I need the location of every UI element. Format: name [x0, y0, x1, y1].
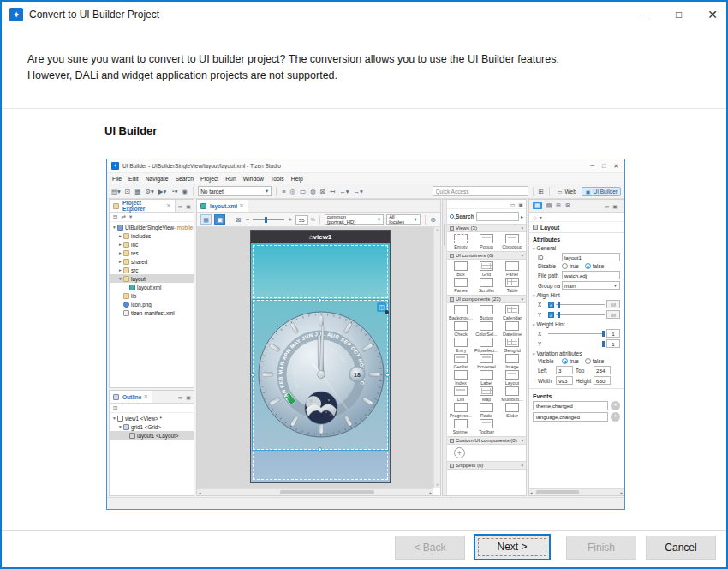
- palette-item[interactable]: Check: [448, 321, 474, 337]
- maximize-view-icon[interactable]: ▣: [518, 201, 523, 207]
- width-field[interactable]: 993: [556, 376, 573, 385]
- canvas-v-scrollbar[interactable]: ˄˅: [433, 227, 440, 488]
- weight-y-value[interactable]: 1: [606, 339, 620, 348]
- tab-preview-icon[interactable]: ▤: [546, 202, 552, 209]
- palette-item[interactable]: Backgrou...: [448, 305, 474, 320]
- minimize-view-icon[interactable]: ▭: [178, 203, 183, 209]
- group-name-select[interactable]: main▼: [562, 281, 620, 290]
- menu-window[interactable]: Window: [243, 176, 264, 182]
- new-wizard-icon[interactable]: ▤▾: [110, 188, 122, 195]
- align-x-slider[interactable]: [556, 304, 605, 305]
- zoom-in-icon[interactable]: +: [287, 216, 292, 224]
- web-perspective-button[interactable]: ▭ Web: [554, 188, 579, 195]
- zoom-out-icon[interactable]: −: [245, 216, 250, 224]
- menu-search[interactable]: Search: [176, 176, 194, 182]
- palette-item[interactable]: Progress...: [448, 403, 474, 418]
- event-name-field[interactable]: language,changed: [533, 412, 608, 422]
- settings-gear-icon[interactable]: ⊛: [430, 216, 437, 224]
- view-menu-icon[interactable]: ▾: [129, 213, 132, 220]
- visible-true-radio[interactable]: [562, 358, 568, 364]
- maximize-view-icon[interactable]: ▣: [186, 203, 191, 209]
- general-section-header[interactable]: ▾General: [529, 243, 624, 252]
- tree-item[interactable]: ▸inc: [110, 240, 194, 249]
- tab-resources-icon[interactable]: ⊞: [556, 202, 561, 209]
- resize-handle[interactable]: [251, 373, 255, 377]
- close-icon[interactable]: ✕: [239, 202, 243, 209]
- minimize-view-icon[interactable]: ▭: [605, 203, 610, 209]
- palette-section-header[interactable]: Views (3)▾: [447, 224, 526, 232]
- forward-icon[interactable]: →▾: [353, 188, 364, 195]
- palette-item[interactable]: Layout: [499, 370, 525, 386]
- align-hint-header[interactable]: ▾Align Hint: [529, 290, 624, 299]
- menu-run[interactable]: Run: [225, 176, 236, 182]
- weight-x-slider[interactable]: [548, 333, 605, 334]
- palette-item[interactable]: Grid: [474, 261, 499, 277]
- palette-item[interactable]: Map: [474, 386, 499, 402]
- console-icon[interactable]: ▭: [299, 188, 307, 195]
- palette-item[interactable]: List: [448, 386, 474, 402]
- palette-section-header[interactable]: UI containers (6)▾: [447, 251, 526, 260]
- back-button[interactable]: < Back: [395, 536, 465, 560]
- resolution-select[interactable]: common (portrait_HD) ▼: [325, 214, 384, 225]
- build-icon[interactable]: ⚙▾: [144, 188, 155, 195]
- align-x-checkbox[interactable]: ✓: [548, 302, 554, 308]
- tree-arrow-icon[interactable]: ▾: [117, 276, 123, 281]
- close-icon[interactable]: ✕: [166, 202, 170, 209]
- filter-icon[interactable]: ⊡: [113, 404, 117, 411]
- close-icon[interactable]: ✕: [143, 393, 147, 400]
- tree-item[interactable]: ▾grid1 <Grid>: [110, 422, 194, 431]
- menu-tools[interactable]: Tools: [271, 176, 284, 182]
- left-field[interactable]: 3: [556, 366, 573, 374]
- palette-item[interactable]: Flipselect...: [474, 338, 499, 353]
- palette-item[interactable]: Slider: [499, 403, 525, 418]
- id-field[interactable]: layout1: [562, 253, 620, 261]
- resize-handle[interactable]: [385, 373, 390, 377]
- palette-item[interactable]: Popup: [474, 234, 499, 249]
- tree-arrow-icon[interactable]: ▾: [117, 424, 123, 429]
- palette-item[interactable]: Multibutt...: [499, 386, 525, 402]
- tree-item[interactable]: ▾view1 <View> *: [110, 414, 194, 422]
- ui-builder-perspective-button[interactable]: ▣ UI Builder: [582, 187, 621, 196]
- tree-item[interactable]: icon.png: [110, 300, 194, 308]
- last-edit-icon[interactable]: ↤: [329, 188, 336, 195]
- tree-arrow-icon[interactable]: ▾: [111, 225, 117, 230]
- tree-item[interactable]: tizen-manifest.xml: [110, 308, 194, 317]
- tab-outline[interactable]: Outline ✕: [110, 391, 152, 403]
- palette-item[interactable]: Gengrid: [499, 338, 525, 353]
- palette-section-header[interactable]: UI components (23)▾: [447, 295, 526, 303]
- design-mode-icon[interactable]: ▦: [200, 214, 212, 225]
- pin-icon[interactable]: ◇: [533, 214, 537, 220]
- inspect-icon[interactable]: ◎: [289, 188, 297, 195]
- palette-item[interactable]: Panel: [499, 261, 525, 277]
- tree-arrow-icon[interactable]: ▸: [117, 267, 123, 273]
- tab-layout-xml[interactable]: layout.xml ✕: [197, 200, 248, 212]
- minimize-view-icon[interactable]: ▭: [510, 201, 516, 207]
- launch-config-icon[interactable]: ≡: [281, 188, 286, 195]
- palette-section-header[interactable]: Snippets (0)▾: [447, 461, 526, 470]
- tree-item[interactable]: ▸includes: [110, 231, 194, 240]
- save-all-icon[interactable]: ▦: [134, 188, 141, 195]
- tree-arrow-icon[interactable]: ▸: [117, 259, 123, 264]
- palette-item[interactable]: Box: [448, 261, 474, 277]
- layout-badge-icon[interactable]: ◫: [377, 302, 386, 312]
- menu-navigate[interactable]: Navigate: [146, 176, 169, 182]
- maximize-view-icon[interactable]: ▣: [612, 203, 618, 209]
- search-go-icon[interactable]: ▸: [521, 213, 523, 219]
- palette-item[interactable]: Scroller: [474, 278, 499, 293]
- palette-item[interactable]: Spinner: [448, 419, 474, 434]
- maximize-icon[interactable]: □: [676, 9, 682, 21]
- tree-item[interactable]: layout1 <Layout>: [110, 431, 194, 440]
- menu-edit[interactable]: Edit: [128, 176, 139, 182]
- visible-false-radio[interactable]: [585, 358, 591, 364]
- weight-x-value[interactable]: 1: [606, 329, 620, 338]
- quick-access-input[interactable]: [433, 186, 528, 196]
- tab-project-explorer[interactable]: Project Explorer ✕: [110, 200, 176, 212]
- tab-misc-icon[interactable]: ⊠: [565, 202, 570, 209]
- disable-false-radio[interactable]: [585, 263, 591, 269]
- tree-item[interactable]: lib: [110, 291, 194, 300]
- palette-item[interactable]: Genlist: [448, 354, 474, 369]
- menu-file[interactable]: File: [112, 176, 122, 182]
- event-name-field[interactable]: theme,changed: [533, 401, 608, 410]
- save-icon[interactable]: ⊡: [124, 188, 131, 195]
- weight-y-slider[interactable]: [548, 344, 605, 344]
